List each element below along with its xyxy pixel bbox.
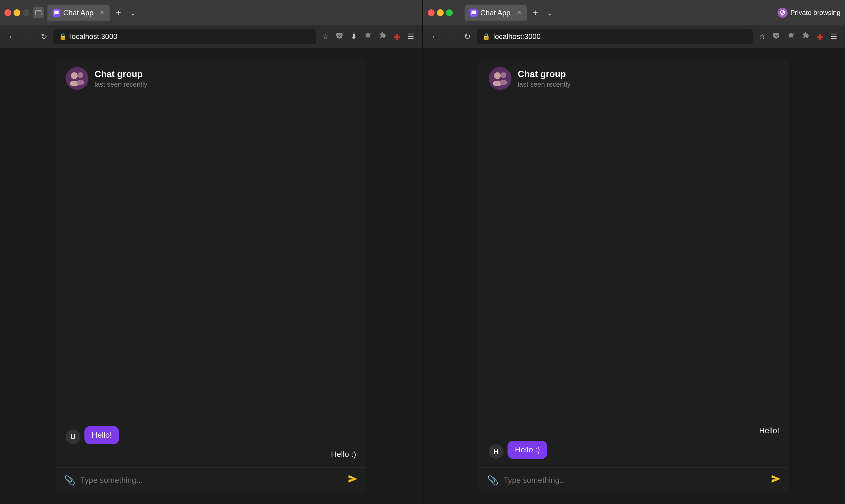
back-button-1[interactable]: ← — [6, 31, 18, 42]
user-avatar-h: H — [489, 444, 503, 459]
pocket-button-1[interactable] — [334, 31, 346, 42]
svg-point-11 — [500, 80, 507, 85]
nav-actions-2: ☆ ◉ ☰ — [757, 31, 839, 42]
lock-icon-2: 🔒 — [482, 33, 490, 40]
group-name-2: Chat group — [518, 69, 570, 79]
address-bar-1[interactable]: 🔒 localhost:3000 — [53, 29, 316, 44]
message-row-received-2: H Hello :) — [489, 441, 779, 459]
menu-button-1[interactable]: ☰ — [405, 31, 416, 42]
svg-point-3 — [71, 72, 77, 79]
download-button-1[interactable]: ⬇ — [348, 31, 359, 42]
bookmark-button-2[interactable]: ☆ — [757, 31, 768, 42]
tab-favicon-2 — [470, 9, 478, 17]
ublock-button-2[interactable]: ◉ — [814, 31, 826, 42]
svg-point-6 — [76, 80, 84, 85]
home-button-2[interactable] — [785, 31, 797, 42]
svg-point-10 — [501, 72, 506, 78]
attach-button-1[interactable]: 📎 — [64, 475, 75, 486]
message-row-received-1: U Hello! — [66, 426, 356, 444]
chat-input-area-2: 📎 — [479, 467, 789, 493]
tab-close-1[interactable]: ✕ — [99, 9, 104, 16]
back-button-2[interactable]: ← — [429, 31, 442, 42]
private-icon — [777, 7, 788, 18]
user-avatar-u: U — [66, 430, 81, 444]
pocket-button-2[interactable] — [771, 31, 782, 42]
tab-1[interactable]: Chat App ✕ — [48, 5, 109, 21]
private-browsing-badge: Private browsing — [777, 7, 841, 18]
minimize-button-2[interactable] — [437, 9, 444, 16]
svg-point-5 — [77, 72, 83, 78]
url-text-1: localhost:3000 — [70, 32, 118, 41]
tab-title-1: Chat App — [63, 8, 93, 17]
title-bar-2: Chat App ✕ + ⌄ Private browsing — [423, 0, 845, 25]
group-status-1: last seen recently — [94, 80, 148, 88]
attach-button-2[interactable]: 📎 — [487, 475, 499, 486]
tab-overflow-2[interactable]: ⌄ — [547, 8, 553, 18]
chat-app-1: Chat group last seen recently U Hello! — [56, 59, 366, 493]
chat-input-area-1: 📎 — [56, 467, 366, 493]
fullscreen-button-2[interactable] — [446, 9, 453, 16]
close-button-2[interactable] — [428, 9, 435, 16]
messages-area-1: U Hello! Hello :) — [56, 98, 366, 467]
bubble-sent-hello-2: Hello! — [759, 426, 779, 435]
browser-window-2: Chat App ✕ + ⌄ Private browsing ← → ↻ 🔒 … — [423, 0, 845, 504]
home-button-1[interactable] — [362, 31, 374, 42]
tab-2[interactable]: Chat App ✕ — [465, 5, 527, 21]
tab-overflow-1[interactable]: ⌄ — [130, 8, 136, 18]
group-status-2: last seen recently — [518, 80, 570, 88]
menu-button-2[interactable]: ☰ — [828, 31, 839, 42]
extension-button-2[interactable] — [800, 31, 812, 42]
address-bar-2[interactable]: 🔒 localhost:3000 — [477, 29, 753, 44]
bubble-reply-1: Hello :) — [331, 450, 356, 459]
lock-icon-1: 🔒 — [59, 33, 67, 40]
new-tab-button-1[interactable]: + — [113, 7, 124, 18]
chat-input-2[interactable] — [503, 476, 766, 485]
group-avatar-1 — [66, 67, 88, 90]
fullscreen-button[interactable] — [22, 9, 29, 16]
bubble-hello-1: Hello! — [84, 426, 119, 444]
bookmark-button-1[interactable]: ☆ — [320, 31, 331, 42]
minimize-button[interactable] — [14, 9, 20, 16]
send-button-2[interactable] — [771, 474, 781, 486]
browser-window-1: Chat App ✕ + ⌄ ← → ↻ 🔒 localhost:3000 ☆ … — [0, 0, 422, 504]
bubble-hello-received-2: Hello :) — [507, 441, 547, 459]
tab-close-2[interactable]: ✕ — [517, 9, 522, 16]
chat-info-1: Chat group last seen recently — [94, 69, 148, 88]
chat-input-1[interactable] — [81, 476, 343, 485]
avatar-initial-u: U — [71, 433, 75, 441]
reload-button-1[interactable]: ↻ — [38, 31, 49, 42]
traffic-lights-2 — [428, 9, 453, 16]
tab-favicon-1 — [53, 9, 61, 17]
nav-bar-1: ← → ↻ 🔒 localhost:3000 ☆ ⬇ ◉ — [0, 25, 422, 48]
svg-point-8 — [494, 72, 501, 79]
close-button[interactable] — [4, 9, 11, 16]
tab-title-2: Chat App — [480, 8, 511, 17]
private-browsing-label: Private browsing — [791, 9, 841, 17]
nav-actions-1: ☆ ⬇ ◉ ☰ — [320, 31, 416, 42]
new-tab-button-2[interactable]: + — [530, 7, 541, 18]
send-button-1[interactable] — [348, 474, 358, 486]
chat-app-2: Chat group last seen recently Hello! — [479, 59, 789, 493]
svg-point-2 — [66, 67, 88, 90]
message-row-sent-2: Hello! — [489, 426, 779, 435]
url-text-2: localhost:3000 — [494, 32, 541, 41]
tab-icon-1 — [33, 7, 44, 18]
forward-button-2[interactable]: → — [445, 31, 458, 42]
group-avatar-2 — [489, 67, 512, 90]
chat-info-2: Chat group last seen recently — [518, 69, 570, 88]
ublock-button-1[interactable]: ◉ — [392, 31, 402, 42]
svg-rect-0 — [36, 11, 41, 15]
nav-bar-2: ← → ↻ 🔒 localhost:3000 ☆ ◉ ☰ — [423, 25, 845, 48]
chat-header-1: Chat group last seen recently — [56, 59, 366, 98]
title-bar-1: Chat App ✕ + ⌄ — [0, 0, 422, 25]
reload-button-2[interactable]: ↻ — [462, 31, 473, 42]
extension-button-1[interactable] — [377, 31, 389, 42]
forward-button-1[interactable]: → — [22, 31, 34, 42]
browser-content-2: Chat group last seen recently Hello! — [423, 48, 845, 504]
traffic-lights-1 — [4, 9, 29, 16]
message-row-sent-1: Hello :) — [66, 450, 356, 459]
group-name-1: Chat group — [94, 69, 148, 79]
avatar-initial-h: H — [494, 448, 499, 455]
messages-area-2: Hello! H Hello :) — [479, 98, 789, 467]
svg-point-7 — [489, 67, 512, 90]
